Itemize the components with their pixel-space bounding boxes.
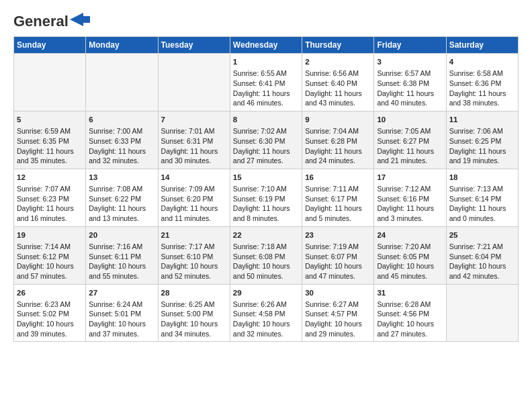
day-info: Sunrise: 7:02 AM [233, 126, 299, 136]
day-number: 29 [233, 287, 299, 298]
day-info: Sunrise: 6:24 AM [89, 300, 154, 310]
day-info: Sunrise: 7:08 AM [89, 184, 154, 194]
calendar-day: 11Sunrise: 7:06 AMSunset: 6:25 PMDayligh… [446, 111, 518, 169]
day-info: Sunrise: 6:26 AM [233, 300, 299, 310]
day-number: 28 [161, 287, 227, 298]
day-info: Sunset: 6:38 PM [377, 79, 443, 89]
calendar-day: 31Sunrise: 6:28 AMSunset: 4:56 PMDayligh… [374, 284, 446, 342]
day-info: Sunrise: 7:06 AM [449, 126, 515, 136]
day-info: Daylight: 11 hours and 13 minutes. [89, 203, 154, 223]
day-info: Sunset: 6:04 PM [449, 252, 515, 262]
day-info: Sunset: 4:57 PM [305, 309, 371, 319]
weekday-header: Sunday [14, 37, 86, 54]
day-number: 24 [377, 230, 443, 240]
day-info: Sunrise: 7:16 AM [89, 242, 154, 252]
day-info: Sunset: 6:33 PM [89, 136, 154, 146]
logo-text: General [13, 13, 69, 30]
day-number: 19 [17, 230, 83, 240]
calendar-day: 24Sunrise: 7:20 AMSunset: 6:05 PMDayligh… [374, 226, 446, 284]
day-info: Sunrise: 6:58 AM [449, 68, 515, 79]
day-info: Daylight: 11 hours and 40 minutes. [377, 89, 443, 108]
day-info: Daylight: 11 hours and 46 minutes. [233, 89, 299, 108]
day-info: Sunrise: 7:19 AM [305, 242, 371, 252]
day-info: Sunset: 6:23 PM [17, 194, 83, 204]
day-number: 5 [17, 114, 83, 125]
day-info: Sunset: 5:02 PM [17, 309, 83, 319]
weekday-header: Friday [374, 37, 446, 54]
day-number: 25 [449, 230, 515, 240]
calendar-day: 29Sunrise: 6:26 AMSunset: 4:58 PMDayligh… [230, 284, 302, 342]
day-info: Sunrise: 7:18 AM [233, 242, 299, 252]
calendar-day: 23Sunrise: 7:19 AMSunset: 6:07 PMDayligh… [302, 226, 374, 284]
day-info: Sunrise: 6:25 AM [161, 300, 227, 310]
day-number: 11 [449, 114, 515, 125]
weekday-header: Wednesday [230, 37, 302, 54]
weekday-header: Saturday [446, 37, 518, 54]
day-info: Daylight: 11 hours and 43 minutes. [305, 89, 371, 108]
day-info: Daylight: 11 hours and 8 minutes. [233, 203, 299, 223]
day-info: Daylight: 11 hours and 24 minutes. [305, 146, 371, 166]
day-info: Daylight: 10 hours and 27 minutes. [377, 319, 443, 338]
day-number: 22 [233, 230, 299, 240]
day-number: 18 [449, 172, 515, 183]
day-number: 7 [161, 114, 227, 125]
day-info: Daylight: 10 hours and 50 minutes. [233, 261, 299, 281]
calendar-day: 21Sunrise: 7:17 AMSunset: 6:10 PMDayligh… [158, 226, 230, 284]
day-info: Daylight: 10 hours and 29 minutes. [305, 319, 371, 338]
day-info: Sunrise: 7:12 AM [377, 184, 443, 194]
day-info: Daylight: 10 hours and 34 minutes. [161, 319, 227, 338]
day-info: Sunset: 6:30 PM [233, 136, 299, 146]
calendar-day: 30Sunrise: 6:27 AMSunset: 4:57 PMDayligh… [302, 284, 374, 342]
calendar-day: 7Sunrise: 7:01 AMSunset: 6:31 PMDaylight… [158, 111, 230, 169]
weekday-header: Thursday [302, 37, 374, 54]
day-info: Sunset: 6:22 PM [89, 194, 154, 204]
logo-icon [70, 13, 90, 26]
logo: General [13, 13, 90, 30]
day-number: 10 [377, 114, 443, 125]
calendar-day: 1Sunrise: 6:55 AMSunset: 6:41 PMDaylight… [230, 54, 302, 111]
day-info: Sunset: 6:40 PM [305, 79, 371, 89]
day-info: Daylight: 11 hours and 0 minutes. [449, 203, 515, 223]
day-info: Sunset: 6:41 PM [233, 79, 299, 89]
day-info: Sunset: 6:17 PM [305, 194, 371, 204]
calendar-table: SundayMondayTuesdayWednesdayThursdayFrid… [13, 36, 519, 342]
day-number: 20 [89, 230, 154, 240]
calendar-day: 15Sunrise: 7:10 AMSunset: 6:19 PMDayligh… [230, 169, 302, 226]
day-info: Sunset: 6:27 PM [377, 136, 443, 146]
day-info: Sunrise: 7:21 AM [449, 242, 515, 252]
day-info: Sunset: 6:25 PM [449, 136, 515, 146]
day-number: 4 [449, 56, 515, 67]
day-info: Daylight: 10 hours and 52 minutes. [161, 261, 227, 281]
day-info: Sunrise: 7:00 AM [89, 126, 154, 136]
day-info: Sunrise: 7:10 AM [233, 184, 299, 194]
day-number: 27 [89, 287, 154, 298]
day-info: Daylight: 10 hours and 45 minutes. [377, 261, 443, 281]
day-info: Sunset: 5:00 PM [161, 309, 227, 319]
day-number: 26 [17, 287, 83, 298]
day-info: Sunset: 6:12 PM [17, 252, 83, 262]
day-info: Daylight: 10 hours and 39 minutes. [17, 319, 83, 338]
calendar-day: 20Sunrise: 7:16 AMSunset: 6:11 PMDayligh… [86, 226, 158, 284]
day-number: 17 [377, 172, 443, 183]
day-number: 21 [161, 230, 227, 240]
weekday-header: Monday [86, 37, 158, 54]
day-info: Sunrise: 7:01 AM [161, 126, 227, 136]
day-info: Sunset: 4:58 PM [233, 309, 299, 319]
day-info: Sunrise: 7:07 AM [17, 184, 83, 194]
day-info: Sunset: 6:35 PM [17, 136, 83, 146]
day-info: Sunset: 6:11 PM [89, 252, 154, 262]
day-info: Daylight: 10 hours and 47 minutes. [305, 261, 371, 281]
page-header: General [13, 13, 519, 30]
day-info: Daylight: 11 hours and 16 minutes. [17, 203, 83, 223]
calendar-header: SundayMondayTuesdayWednesdayThursdayFrid… [14, 37, 519, 54]
calendar-day: 25Sunrise: 7:21 AMSunset: 6:04 PMDayligh… [446, 226, 518, 284]
day-info: Daylight: 11 hours and 30 minutes. [161, 146, 227, 166]
day-info: Sunrise: 6:27 AM [305, 300, 371, 310]
calendar-day-empty [158, 54, 230, 111]
day-info: Sunrise: 6:59 AM [17, 126, 83, 136]
day-info: Sunrise: 6:23 AM [17, 300, 83, 310]
day-info: Sunset: 6:19 PM [233, 194, 299, 204]
calendar-day: 12Sunrise: 7:07 AMSunset: 6:23 PMDayligh… [14, 169, 86, 226]
day-number: 13 [89, 172, 154, 183]
day-number: 30 [305, 287, 371, 298]
